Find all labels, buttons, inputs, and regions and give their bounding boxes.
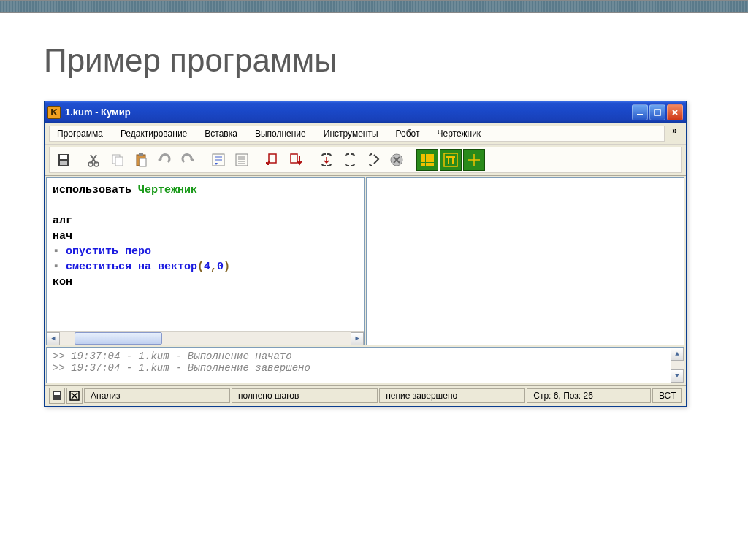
scroll-up-button[interactable]: ▲ (671, 348, 684, 361)
svg-rect-29 (421, 154, 425, 158)
menu-drawer[interactable]: Чертежник (433, 128, 486, 139)
pi-button[interactable] (440, 149, 462, 171)
goto-icon (365, 152, 381, 168)
svg-rect-35 (421, 163, 425, 166)
status-save-button[interactable] (49, 388, 65, 404)
run-icon (264, 152, 280, 168)
titlebar[interactable]: K 1.kum - Кумир (45, 101, 686, 123)
menu-insert[interactable]: Вставка (200, 128, 242, 139)
menubar: Программа Редактирование Вставка Выполне… (45, 123, 686, 145)
slide-area: Пример программы K 1.kum - Кумир Програм… (0, 13, 748, 407)
svg-rect-1 (654, 110, 660, 115)
menu-tools[interactable]: Инструменты (319, 128, 383, 139)
svg-rect-30 (426, 154, 430, 158)
console-line-1: >> 19:37:04 - 1.kum - Выполнение начато (53, 350, 678, 362)
step-out-icon (342, 152, 358, 168)
console-line-2: >> 19:37:04 - 1.kum - Выполнение заверше… (53, 362, 678, 374)
content-area: использовать Чертежник алг нач ▪ опустит… (45, 176, 686, 347)
close-button[interactable] (667, 104, 683, 120)
toolbar (45, 145, 686, 176)
step-into-button[interactable] (316, 149, 337, 171)
outdent-button[interactable] (231, 149, 253, 171)
cut-button[interactable] (83, 149, 105, 171)
menu-program[interactable]: Программа (53, 128, 107, 139)
code-line-alg: алг (53, 213, 358, 229)
maximize-button[interactable] (649, 104, 665, 120)
scroll-left-button[interactable]: ◄ (47, 332, 60, 345)
status-cancel-button[interactable] (66, 388, 83, 404)
svg-rect-24 (269, 154, 276, 163)
window-title: 1.kum - Кумир (65, 107, 632, 118)
stop-button[interactable] (386, 149, 408, 171)
svg-rect-25 (291, 154, 297, 163)
svg-rect-0 (637, 114, 643, 115)
window-buttons (632, 104, 683, 120)
svg-rect-19 (236, 154, 248, 166)
status-analysis: Анализ (84, 388, 230, 403)
paste-button[interactable] (130, 149, 152, 171)
slide-title: Пример программы (44, 42, 704, 79)
code-line-begin: нач (53, 229, 358, 244)
minimize-icon (636, 109, 644, 116)
grid-icon (419, 152, 435, 168)
code-line-1: использовать Чертежник (53, 183, 358, 198)
scroll-track-v[interactable] (671, 361, 684, 369)
code-line-blank (53, 198, 358, 213)
redo-icon (180, 152, 196, 168)
scroll-track[interactable] (60, 332, 351, 345)
save-small-icon (51, 390, 63, 402)
svg-rect-34 (430, 158, 434, 162)
redo-button[interactable] (177, 149, 199, 171)
status-mode: ВСТ (652, 388, 682, 403)
scroll-down-button[interactable]: ▼ (671, 369, 684, 383)
step-icon (288, 152, 304, 168)
run-button[interactable] (262, 149, 283, 171)
maximize-icon (654, 109, 661, 116)
undo-button[interactable] (153, 149, 175, 171)
h-scrollbar[interactable]: ◄ ► (47, 331, 364, 345)
undo-icon (156, 152, 172, 168)
svg-rect-15 (140, 158, 146, 166)
save-icon (56, 152, 72, 168)
svg-rect-6 (60, 161, 67, 165)
svg-rect-33 (426, 158, 430, 162)
axes-button[interactable] (463, 149, 485, 171)
menu-edit[interactable]: Редактирование (116, 128, 191, 139)
grid-button[interactable] (416, 149, 438, 171)
code-editor[interactable]: использовать Чертежник алг нач ▪ опустит… (46, 177, 365, 345)
menubar-inner: Программа Редактирование Вставка Выполне… (49, 126, 665, 142)
svg-rect-45 (54, 392, 60, 395)
v-scrollbar[interactable]: ▲ ▼ (671, 348, 684, 383)
top-stripe (0, 0, 748, 13)
console: >> 19:37:04 - 1.kum - Выполнение начато … (46, 347, 684, 383)
status-steps: полнено шагов (232, 388, 378, 403)
status-position: Стр: 6, Поз: 26 (527, 388, 651, 403)
code-line-5: ▪ опустить перо (53, 244, 358, 259)
svg-rect-31 (430, 154, 434, 158)
output-panel (366, 177, 684, 345)
indent-icon (210, 152, 226, 168)
minimize-button[interactable] (632, 104, 648, 120)
save-button[interactable] (53, 149, 75, 171)
copy-button[interactable] (107, 149, 129, 171)
copy-icon (110, 152, 126, 168)
stop-icon (389, 152, 405, 168)
scroll-thumb[interactable] (75, 332, 162, 345)
menu-robot[interactable]: Робот (392, 128, 424, 139)
cancel-icon (69, 390, 80, 402)
goto-button[interactable] (362, 149, 384, 171)
svg-rect-14 (139, 153, 143, 156)
menu-run[interactable]: Выполнение (251, 128, 310, 139)
scroll-right-button[interactable]: ► (351, 332, 364, 345)
svg-rect-36 (426, 163, 430, 166)
outdent-icon (234, 152, 250, 168)
step-button[interactable] (285, 149, 307, 171)
svg-rect-12 (115, 157, 123, 166)
menu-overflow[interactable]: » (668, 126, 682, 142)
indent-button[interactable] (207, 149, 229, 171)
step-out-button[interactable] (339, 149, 361, 171)
cut-icon (86, 152, 102, 168)
close-icon (671, 109, 679, 116)
pi-icon (443, 152, 459, 168)
toolbar-inner (49, 147, 682, 173)
